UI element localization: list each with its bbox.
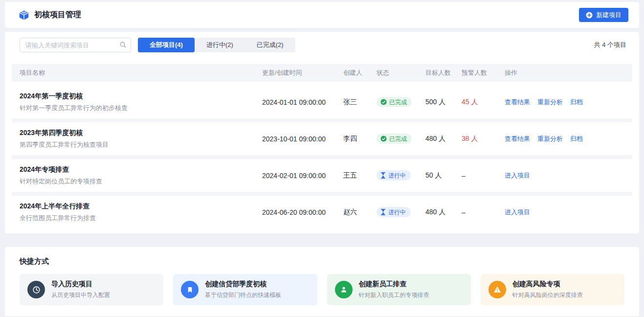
shortcut-title: 导入历史项目 [51,280,110,289]
status-badge: 进行中 [377,207,411,217]
shortcut-import-history[interactable]: 导入历史项目 从历史项目中导入配置 [20,274,163,305]
archive-link[interactable]: 归档 [570,135,583,142]
status-label: 进行中 [388,173,406,179]
target-count: 480 人 [418,135,454,143]
table-header-row: 项目名称 更新/创建时间 创建人 状态 目标人数 预警人数 操作 [12,64,632,82]
warning-icon [489,281,506,298]
new-project-button[interactable]: 新建项目 [579,8,628,22]
shortcut-high-risk-special[interactable]: 创建高风险专项 针对高风险岗位的深度排查 [481,274,624,305]
project-creator: 王五 [335,171,369,180]
status-badge: 已完成 [377,97,412,107]
project-description: 第四季度员工异常行为核查项目 [20,140,254,149]
col-creator: 创建人 [335,68,369,77]
col-target-count: 目标人数 [418,68,454,77]
check-circle-icon [380,136,387,142]
shortcut-description: 针对新入职员工的专项排查 [359,291,429,299]
project-creator: 李四 [335,135,369,143]
status-badge: 进行中 [377,170,411,181]
table-row: 2023年第四季度初核 第四季度员工异常行为核查项目 2023-10-01 09… [12,122,632,155]
search-icon [119,41,127,50]
shortcut-title: 创建新员工排查 [359,280,429,289]
target-count: 480 人 [418,208,454,217]
target-count: 500 人 [418,98,454,107]
new-project-label: 新建项目 [596,11,622,20]
tab-in-progress[interactable]: 进行中(2) [195,38,245,52]
col-status: 状态 [369,68,418,77]
table-row: 2024年专项排查 针对特定岗位员工的专项排查 2024-02-01 09:00… [12,159,632,192]
search-box [20,38,131,52]
toolbar: 全部项目(4) 进行中(2) 已完成(2) 共 4 个项目 [12,38,632,52]
tab-all-projects[interactable]: 全部项目(4) [138,38,195,52]
enter-project-link[interactable]: 进入项目 [505,172,530,179]
view-results-link[interactable]: 查看结果 [505,135,530,142]
top-bar: 初核项目管理 新建项目 [5,2,639,28]
plus-circle-icon [586,12,593,19]
table-body: 2024年第一季度初核 针对第一季度员工异常行为的初步核查 2024-01-01… [12,86,632,228]
col-project-name: 项目名称 [12,68,254,77]
enter-project-link[interactable]: 进入项目 [505,208,530,216]
shortcut-description: 从历史项目中导入配置 [51,291,110,299]
page-title: 初核项目管理 [34,10,81,20]
project-name: 2024年第一季度初核 [20,92,254,101]
status-label: 已完成 [389,99,407,105]
project-description: 全行范围员工异常行为排查 [20,214,254,223]
warning-count: 45 人 [454,98,497,107]
search-input[interactable] [20,38,131,52]
view-results-link[interactable]: 查看结果 [505,98,530,106]
project-list-panel: 全部项目(4) 进行中(2) 已完成(2) 共 4 个项目 项目名称 更新/创建… [5,32,639,233]
project-name: 2024年上半年全行排查 [20,202,254,211]
project-table: 项目名称 更新/创建时间 创建人 状态 目标人数 预警人数 操作 2024年第一… [12,64,632,228]
project-count: 共 4 个项目 [594,41,626,49]
project-time: 2023-10-01 09:00:00 [254,135,335,143]
shortcut-title: 创建信贷部季度初核 [205,280,281,289]
clock-icon [27,281,45,298]
project-time: 2024-06-20 09:00:00 [254,208,335,216]
warning-count: – [454,172,497,180]
col-actions: 操作 [497,68,632,77]
filter-tabs: 全部项目(4) 进行中(2) 已完成(2) [138,38,295,52]
person-icon [335,281,353,298]
hourglass-icon [380,172,386,179]
table-row: 2024年上半年全行排查 全行范围员工异常行为排查 2024-06-20 09:… [12,196,632,228]
status-label: 已完成 [389,136,407,142]
shortcut-title: 创建高风险专项 [512,280,583,289]
target-count: 50 人 [418,171,454,180]
tab-completed[interactable]: 已完成(2) [245,38,295,52]
project-description: 针对特定岗位员工的专项排查 [20,177,254,186]
project-creator: 张三 [335,98,369,107]
hourglass-icon [380,209,386,215]
bookmark-icon [181,281,199,298]
shortcut-credit-dept-review[interactable]: 创建信贷部季度初核 基于信贷部门特点的快速模板 [173,274,317,305]
warning-count: – [454,208,497,216]
col-time: 更新/创建时间 [254,68,335,77]
shortcut-description: 针对高风险岗位的深度排查 [512,291,583,299]
project-name: 2023年第四季度初核 [20,129,254,137]
check-circle-icon [380,99,387,105]
project-description: 针对第一季度员工异常行为的初步核查 [20,104,254,113]
archive-link[interactable]: 归档 [570,98,583,106]
status-badge: 已完成 [377,134,412,144]
reanalyze-link[interactable]: 重新分析 [537,98,563,106]
app-logo-icon [19,10,29,21]
warning-count: 38 人 [454,135,497,143]
shortcut-description: 基于信贷部门特点的快速模板 [205,291,281,299]
shortcut-new-employee-check[interactable]: 创建新员工排查 针对新入职员工的专项排查 [327,274,471,305]
reanalyze-link[interactable]: 重新分析 [537,135,563,142]
shortcuts-panel: 快捷方式 导入历史项目 从历史项目中导入配置 创建信贷部季度初核 基于信贷部门特… [5,247,639,316]
project-time: 2024-02-01 09:00:00 [254,172,335,180]
table-row: 2024年第一季度初核 针对第一季度员工异常行为的初步核查 2024-01-01… [12,86,632,118]
status-label: 进行中 [388,209,406,215]
project-creator: 赵六 [335,208,369,217]
shortcuts-title: 快捷方式 [20,257,624,266]
project-name: 2024年专项排查 [20,165,254,174]
col-warning-count: 预警人数 [454,68,497,77]
project-time: 2024-01-01 09:00:00 [254,98,335,106]
